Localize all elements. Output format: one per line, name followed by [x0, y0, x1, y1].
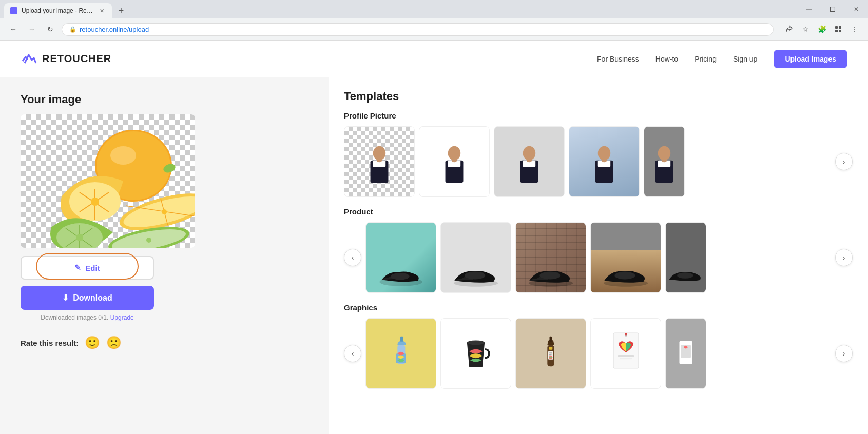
template-item[interactable]: [590, 222, 661, 293]
sad-rate-button[interactable]: 🙁: [106, 336, 122, 350]
svg-rect-59: [549, 353, 553, 354]
svg-rect-64: [625, 334, 626, 337]
close-button[interactable]: ✕: [844, 2, 868, 17]
upload-images-button[interactable]: Upload Images: [774, 50, 847, 68]
edit-label: Edit: [85, 264, 100, 272]
svg-rect-3: [839, 26, 841, 29]
image-preview: [21, 114, 195, 248]
svg-rect-60: [549, 354, 552, 356]
profile-scroll-right[interactable]: ›: [835, 153, 853, 170]
templates-title: Templates: [344, 90, 853, 103]
profile-template-scroll: [344, 126, 831, 197]
template-item[interactable]: [440, 222, 511, 293]
logo-text: RETOUCHER: [42, 53, 111, 65]
address-bar[interactable]: 🔒 retoucher.online/upload: [62, 23, 774, 36]
template-item[interactable]: [344, 126, 415, 197]
share-button[interactable]: [782, 22, 796, 36]
logo-icon: [21, 51, 37, 67]
lock-icon: 🔒: [69, 26, 76, 33]
graphics-section-title: Graphics: [344, 303, 853, 312]
rate-section: Rate this result: 🙂 🙁: [21, 336, 308, 350]
template-item[interactable]: [515, 222, 586, 293]
template-item[interactable]: [515, 318, 586, 389]
svg-point-43: [391, 273, 410, 280]
site-header: RETOUCHER For Business How-to Pricing Si…: [0, 41, 868, 77]
svg-point-50: [677, 272, 693, 279]
back-button[interactable]: ←: [6, 22, 21, 36]
svg-point-26: [448, 146, 460, 161]
template-item[interactable]: [569, 126, 640, 197]
new-tab-button[interactable]: +: [114, 4, 128, 18]
svg-point-49: [614, 272, 635, 280]
nav-pricing[interactable]: Pricing: [695, 55, 717, 63]
main-content: Your image: [0, 77, 868, 434]
svg-point-29: [452, 159, 457, 162]
svg-point-41: [662, 159, 667, 162]
graphics-scroll-right[interactable]: ›: [835, 345, 853, 362]
product-scroll-right[interactable]: ›: [835, 249, 853, 266]
svg-rect-57: [549, 347, 553, 350]
template-item[interactable]: [365, 222, 436, 293]
download-icon: ⬇: [62, 293, 69, 303]
logo[interactable]: RETOUCHER: [21, 51, 111, 67]
template-item[interactable]: [440, 318, 511, 389]
product-template-row: ‹: [344, 222, 853, 293]
product-section: Product ‹: [344, 207, 853, 293]
svg-rect-65: [618, 355, 634, 357]
tab-title: Upload your image - Retouche: [22, 7, 93, 14]
svg-point-22: [373, 146, 385, 161]
nav-links: For Business How-to Pricing Sign up Uplo…: [597, 50, 847, 68]
svg-rect-0: [806, 9, 812, 10]
template-item[interactable]: [665, 222, 706, 293]
svg-point-54: [467, 341, 485, 345]
svg-rect-56: [550, 337, 552, 342]
template-item[interactable]: [644, 126, 685, 197]
woman-figure: [361, 145, 397, 194]
nav-sign-up[interactable]: Sign up: [733, 55, 757, 63]
download-button[interactable]: ⬇ Download: [21, 286, 154, 310]
product-scroll-left[interactable]: ‹: [344, 249, 361, 266]
template-item[interactable]: [590, 318, 661, 389]
graphics-template-scroll: [365, 318, 831, 389]
profile-template-row: ›: [344, 126, 853, 197]
active-tab[interactable]: Upload your image - Retouche ✕: [4, 3, 112, 18]
graphics-scroll-left[interactable]: ‹: [344, 345, 361, 362]
rate-label: Rate this result:: [21, 339, 79, 347]
profile-button[interactable]: [831, 22, 845, 36]
tab-favicon: [10, 7, 17, 14]
svg-rect-4: [835, 30, 838, 32]
minimize-button[interactable]: [797, 2, 821, 17]
template-item[interactable]: [365, 318, 436, 389]
forward-button[interactable]: →: [25, 22, 39, 36]
upgrade-link[interactable]: Upgrade: [110, 314, 134, 321]
reload-button[interactable]: ↻: [43, 22, 57, 36]
url-text: retoucher.online/upload: [80, 26, 149, 33]
extensions-button[interactable]: 🧩: [815, 22, 829, 36]
menu-button[interactable]: ⋮: [847, 22, 862, 36]
happy-rate-button[interactable]: 🙂: [85, 336, 100, 350]
svg-point-33: [527, 159, 532, 162]
restore-button[interactable]: [821, 2, 844, 17]
svg-rect-2: [835, 26, 838, 29]
template-item[interactable]: [494, 126, 565, 197]
right-panel: Templates Profile Picture: [329, 77, 868, 434]
svg-point-30: [523, 146, 535, 161]
template-item[interactable]: [419, 126, 490, 197]
nav-how-to[interactable]: How-to: [655, 55, 678, 63]
svg-rect-5: [839, 30, 841, 32]
tab-close-button[interactable]: ✕: [98, 7, 106, 15]
template-item[interactable]: [665, 318, 706, 389]
bookmark-button[interactable]: ☆: [798, 22, 813, 36]
graphics-section: Graphics ‹: [344, 303, 853, 389]
svg-point-34: [598, 146, 610, 161]
download-info: Downloaded images 0/1. Upgrade: [21, 314, 154, 321]
left-panel: Your image: [0, 77, 329, 434]
product-section-title: Product: [344, 207, 853, 216]
svg-rect-1: [831, 7, 835, 12]
edit-button[interactable]: ✎ Edit: [21, 256, 154, 280]
svg-point-47: [539, 272, 560, 280]
svg-point-11: [91, 198, 99, 206]
download-label: Download: [73, 293, 112, 303]
svg-point-18: [76, 234, 83, 241]
nav-for-business[interactable]: For Business: [597, 55, 639, 63]
